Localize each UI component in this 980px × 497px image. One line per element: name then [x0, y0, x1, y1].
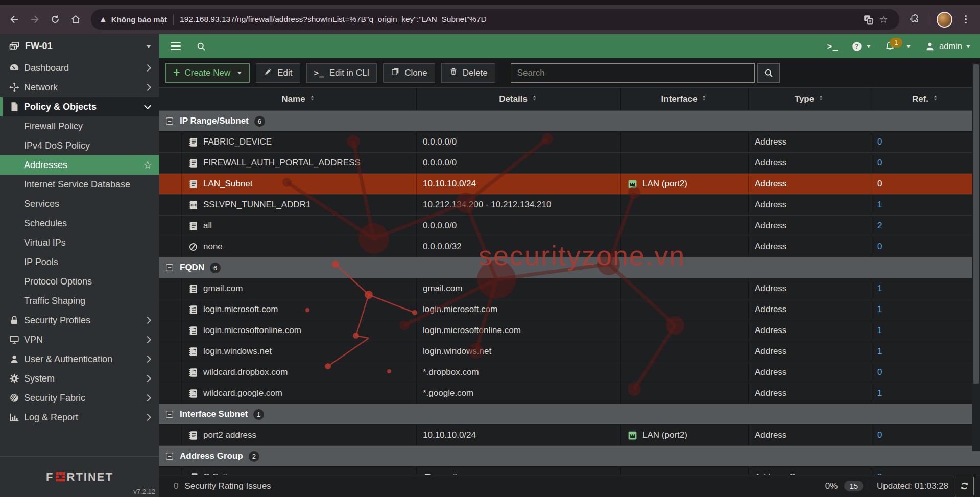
table-row[interactable]: FIREWALL_AUTH_PORTAL_ADDRESS0.0.0.0/0Add… [159, 153, 980, 174]
collapse-minus-icon[interactable] [165, 410, 174, 419]
table-row[interactable]: port2 address10.10.10.0/24LAN (port2)Add… [159, 425, 980, 446]
extensions-puzzle-icon[interactable] [905, 10, 924, 29]
home-icon[interactable] [66, 10, 85, 29]
table-row[interactable]: LAN_Subnet10.10.10.0/24LAN (port2)Addres… [159, 174, 980, 195]
collapse-minus-icon[interactable] [165, 116, 174, 126]
group-header[interactable]: Address Group2 [159, 446, 980, 467]
forward-icon[interactable] [26, 10, 44, 29]
ref-count-link[interactable]: 0 [877, 158, 882, 168]
bookmark-star-icon[interactable]: ☆ [876, 12, 891, 27]
ref-count-link[interactable]: 0 [877, 179, 882, 189]
table-row[interactable]: none0.0.0.0/32Address0 [159, 236, 980, 257]
column-header-name[interactable]: Name [181, 88, 416, 110]
address-name: FIREWALL_AUTH_PORTAL_ADDRESS [203, 158, 361, 168]
ref-count-link[interactable]: 0 [877, 367, 882, 377]
collapse-minus-icon[interactable] [165, 452, 174, 461]
notifications-menu[interactable]: 1 [885, 41, 911, 52]
ref-count-link[interactable]: 1 [877, 283, 882, 294]
ref-count-link[interactable]: 1 [877, 325, 882, 336]
table-row[interactable]: login.microsoftonline.comlogin.microsoft… [159, 320, 980, 341]
ref-cell: 1 [871, 341, 980, 362]
ref-count-link[interactable]: 1 [877, 304, 882, 315]
sidebar-item-policy-objects[interactable]: Policy & Objects [0, 97, 159, 116]
ref-count-link[interactable]: 2 [877, 221, 882, 231]
global-search-icon[interactable] [196, 41, 206, 52]
sidebar-item-traffic-shaping[interactable]: Traffic Shaping [0, 291, 159, 311]
scrollbar-thumb[interactable] [973, 64, 979, 384]
table-row[interactable]: FABRIC_DEVICE0.0.0.0/0Address0 [159, 132, 980, 153]
refresh-button[interactable] [955, 477, 974, 495]
sidebar-item-dashboard[interactable]: Dashboard [0, 58, 159, 78]
search-input[interactable] [511, 63, 755, 83]
sidebar-item-ipv4-dos-policy[interactable]: IPv4 DoS Policy [0, 136, 159, 155]
device-selector[interactable]: FW-01 [0, 34, 159, 58]
browser-menu-icon[interactable] [957, 10, 975, 29]
group-header[interactable]: Interface Subnet1 [159, 404, 980, 425]
table-row[interactable]: gmail.comgmail.comAddress1 [159, 278, 980, 299]
delete-button[interactable]: Delete [441, 63, 495, 83]
translate-icon[interactable]: Aa [861, 12, 876, 27]
sidebar-item-vpn[interactable]: VPN [0, 330, 159, 349]
table-row[interactable]: login.windows.netlogin.windows.netAddres… [159, 341, 980, 362]
edit-in-cli-button[interactable]: >_Edit in CLI [306, 63, 377, 83]
sidebar-item-system[interactable]: System [0, 369, 159, 388]
sidebar-item-schedules[interactable]: Schedules [0, 214, 159, 233]
sidebar-item-network[interactable]: Network [0, 78, 159, 97]
sidebar-item-log-report[interactable]: Log & Report [0, 408, 159, 427]
edit-button[interactable]: Edit [256, 63, 300, 83]
table-row[interactable]: all0.0.0.0/0Address2 [159, 216, 980, 236]
sidebar-item-virtual-ips[interactable]: Virtual IPs [0, 233, 159, 252]
collapse-minus-icon[interactable] [165, 263, 174, 272]
address-details: 10.10.10.0/24 [423, 430, 476, 440]
column-header-interface[interactable]: Interface [620, 88, 748, 110]
security-rating-label[interactable]: Security Rating Issues [184, 481, 271, 491]
sidebar-item-internet-service-database[interactable]: Internet Service Database [0, 175, 159, 194]
ref-count-link[interactable]: 1 [877, 200, 882, 210]
back-icon[interactable] [5, 10, 23, 29]
table-row[interactable]: wildcard.google.com*.google.comAddress1 [159, 383, 980, 404]
sidebar-item-firewall-policy[interactable]: Firewall Policy [0, 116, 159, 136]
admin-menu[interactable]: admin [924, 41, 971, 52]
fortigate-topbar: >_ ? 1 admin [159, 34, 980, 58]
sidebar-item-services[interactable]: Services [0, 194, 159, 214]
ref-count-link[interactable]: 0 [877, 430, 882, 440]
sidebar-item-label: IPv4 DoS Policy [24, 140, 90, 151]
profile-avatar[interactable] [937, 12, 952, 28]
address-name: SSLVPN_TUNNEL_ADDR1 [203, 200, 310, 210]
address-bar[interactable]: ▲ Không bảo mật 192.168.93.137/ng/firewa… [91, 9, 899, 30]
group-header[interactable]: FQDN6 [159, 257, 980, 278]
reload-icon[interactable] [46, 10, 64, 29]
ref-count-link[interactable]: 1 [877, 388, 882, 398]
table-row[interactable]: SSLVPN_TUNNEL_ADDR110.212.134.200 - 10.2… [159, 195, 980, 216]
ref-count-link[interactable]: 0 [877, 137, 882, 147]
sidebar-item-security-fabric[interactable]: Security Fabric [0, 388, 159, 408]
hamburger-menu-icon[interactable] [171, 42, 181, 51]
column-header-ref[interactable]: Ref. [871, 88, 980, 110]
sidebar-item-protocol-options[interactable]: Protocol Options [0, 272, 159, 291]
sidebar-item-security-profiles[interactable]: Security Profiles [0, 311, 159, 330]
sidebar-item-addresses[interactable]: Addresses☆ [0, 155, 159, 175]
favorite-star-icon[interactable]: ☆ [143, 160, 152, 170]
browser-chrome: ▲ Không bảo mật 192.168.93.137/ng/firewa… [0, 0, 980, 34]
help-menu[interactable]: ? [851, 41, 871, 52]
sidebar-item-user-authentication[interactable]: User & Authentication [0, 349, 159, 369]
column-header-type[interactable]: Type [748, 88, 871, 110]
table-row[interactable]: login.microsoft.comlogin.microsoft.comAd… [159, 299, 980, 320]
ref-count-link[interactable]: 1 [877, 346, 882, 357]
column-header-details[interactable]: Details [416, 88, 620, 110]
details-cell: 10.212.134.200 - 10.212.134.210 [416, 195, 620, 215]
sort-icon [931, 94, 939, 104]
table-row[interactable]: wildcard.dropbox.com*.dropbox.comAddress… [159, 362, 980, 383]
search-button[interactable] [757, 63, 780, 83]
clone-button[interactable]: Clone [383, 63, 435, 83]
interface-cell [620, 153, 748, 173]
sidebar-item-ip-pools[interactable]: IP Pools [0, 252, 159, 272]
group-header[interactable]: IP Range/Subnet6 [159, 111, 980, 132]
ref-count-link[interactable]: 0 [877, 242, 882, 252]
create-new-button[interactable]: +Create New [165, 63, 250, 83]
group-count-badge: 6 [210, 263, 221, 273]
chevron-right-icon [144, 375, 151, 382]
cli-console-icon[interactable]: >_ [827, 41, 838, 51]
table-row[interactable]: G Suitegmail.comAddress Group0 [159, 467, 980, 475]
details-cell: gmail.com [416, 278, 620, 299]
